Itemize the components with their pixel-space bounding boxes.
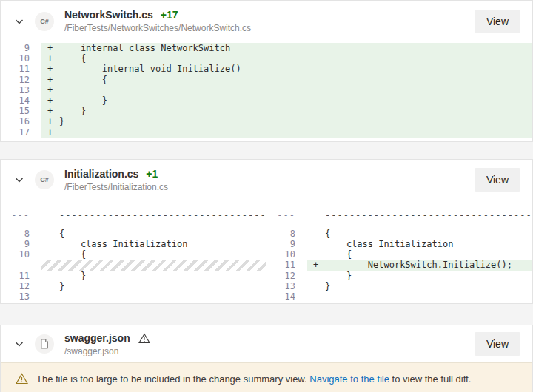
code-text: NetworkSwitch.Initialize(); xyxy=(325,260,512,270)
code-cell: + } xyxy=(41,106,532,116)
chevron-down-icon[interactable] xyxy=(10,12,29,31)
view-button[interactable]: View xyxy=(475,10,520,33)
line-number: 9 xyxy=(1,43,41,53)
diff-row: 11+ internal void Initialize() xyxy=(1,64,532,74)
diff-row: 14+ } xyxy=(1,95,532,106)
code-cell: + internal class NetworkSwitch xyxy=(41,43,532,53)
code-cell: + } xyxy=(41,95,532,106)
banner-text: The file is too large to be included in … xyxy=(36,374,471,385)
diff-row: 12+ { xyxy=(1,75,532,85)
diff-row: 9 class Initialization xyxy=(1,239,266,249)
diff-pane-modified: --- ------------------------------------… xyxy=(266,210,532,303)
diff-marker: + xyxy=(47,53,59,64)
line-number: --- xyxy=(1,210,41,220)
code-cell: { xyxy=(307,249,532,260)
line-number: 9 xyxy=(1,239,41,249)
code-text: { xyxy=(59,229,64,239)
banner-message-start: The file is too large to be included in … xyxy=(36,374,309,385)
diff-row: 10 { xyxy=(1,249,266,260)
file-warning-icon xyxy=(138,333,150,344)
diff-marker xyxy=(47,239,59,249)
line-number: 8 xyxy=(1,229,41,239)
file-path: /FiberTests/NetworkSwitches/NetworkSwitc… xyxy=(64,23,475,33)
code-cell: } xyxy=(307,271,532,281)
diff-row: 17+ xyxy=(1,127,532,138)
added-lines-count: +1 xyxy=(146,168,158,180)
code-cell: + NetworkSwitch.Initialize(); xyxy=(307,260,532,270)
line-number: 8 xyxy=(266,229,307,239)
code-cell: ---------------------------------------- xyxy=(307,210,532,220)
line-number: --- xyxy=(266,210,307,220)
diff-modified: --- ------------------------------------… xyxy=(266,210,532,303)
diff-marker xyxy=(313,271,325,281)
code-cell: { xyxy=(41,229,266,239)
file-name: Initialization.cs xyxy=(64,168,138,180)
diff-row: --- ------------------------------------… xyxy=(1,210,266,220)
csharp-file-icon: C# xyxy=(35,170,54,189)
code-cell: { xyxy=(41,249,266,260)
code-cell: class Initialization xyxy=(307,239,532,249)
view-button[interactable]: View xyxy=(475,332,520,356)
navigate-to-file-link[interactable]: Navigate to the file xyxy=(309,374,389,385)
diff-row xyxy=(266,220,532,229)
diff-row: 8 { xyxy=(266,229,532,239)
line-number: 12 xyxy=(1,75,41,85)
warning-icon xyxy=(16,373,28,385)
line-number: 10 xyxy=(1,249,41,260)
diff-row: 15+ } xyxy=(1,106,532,116)
diff-marker xyxy=(313,239,325,249)
code-text: } xyxy=(59,95,107,106)
diff-row: 13 xyxy=(1,291,266,302)
view-button[interactable]: View xyxy=(475,168,520,192)
code-text: class Initialization xyxy=(59,239,187,249)
code-text: internal class NetworkSwitch xyxy=(59,43,230,53)
diff-row: 11+ NetworkSwitch.Initialize(); xyxy=(266,260,532,270)
file-header: C# NetworkSwitch.cs +17 /FiberTests/Netw… xyxy=(1,1,532,41)
json-file-icon xyxy=(35,334,54,354)
line-number: 10 xyxy=(266,249,307,260)
code-cell: } xyxy=(41,271,266,281)
diff-row: 9+ internal class NetworkSwitch xyxy=(1,43,532,53)
file-info: swagger.json /swagger.json xyxy=(64,332,475,356)
line-number: 13 xyxy=(1,85,41,95)
csharp-file-icon: C# xyxy=(35,12,54,31)
diff-pane-original: --- ------------------------------------… xyxy=(1,210,266,303)
diff-marker: + xyxy=(47,64,59,74)
diff-original: --- ------------------------------------… xyxy=(1,210,266,303)
code-text: } xyxy=(59,116,64,126)
diff-row: 10+ { xyxy=(1,53,532,64)
line-number: 15 xyxy=(1,106,41,116)
diff-marker xyxy=(313,210,325,220)
diff-marker: + xyxy=(47,85,59,95)
diff-marker xyxy=(313,291,325,302)
diff-row: 8 { xyxy=(1,229,266,239)
diff-row: 13 } xyxy=(266,281,532,291)
diff-marker xyxy=(47,271,59,281)
diff-marker xyxy=(313,229,325,239)
diff-marker: + xyxy=(47,106,59,116)
diff-row: 9 class Initialization xyxy=(266,239,532,249)
code-cell: } xyxy=(307,281,532,291)
code-text: { xyxy=(59,249,86,260)
code-cell: ---------------------------------------- xyxy=(41,210,266,220)
collapsed-region-hatch xyxy=(41,260,266,270)
line-number: 10 xyxy=(1,53,41,64)
code-text: } xyxy=(325,271,352,281)
file-header: swagger.json /swagger.json View xyxy=(1,325,532,362)
chevron-down-icon[interactable] xyxy=(10,170,29,189)
diff-row xyxy=(1,260,266,270)
file-name: swagger.json xyxy=(64,332,130,345)
code-cell: + { xyxy=(41,75,532,85)
line-number: 11 xyxy=(266,260,307,270)
diff-marker xyxy=(47,229,59,239)
line-number: 13 xyxy=(1,291,41,302)
diff-split-view: --- ------------------------------------… xyxy=(1,200,532,304)
file-name: NetworkSwitch.cs xyxy=(64,9,153,21)
diff-row: 13+ xyxy=(1,85,532,95)
diff-marker: + xyxy=(313,260,325,270)
code-text: } xyxy=(59,106,86,116)
diff-row: 16+} xyxy=(1,116,532,126)
line-number: 11 xyxy=(1,271,41,281)
chevron-down-icon[interactable] xyxy=(10,334,29,354)
line-number: 16 xyxy=(1,116,41,126)
